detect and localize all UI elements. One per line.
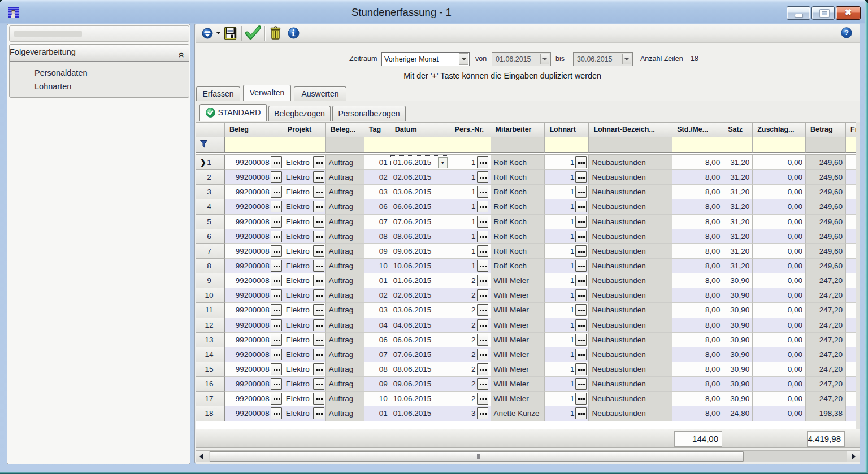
svg-text:?: ?	[844, 28, 849, 37]
